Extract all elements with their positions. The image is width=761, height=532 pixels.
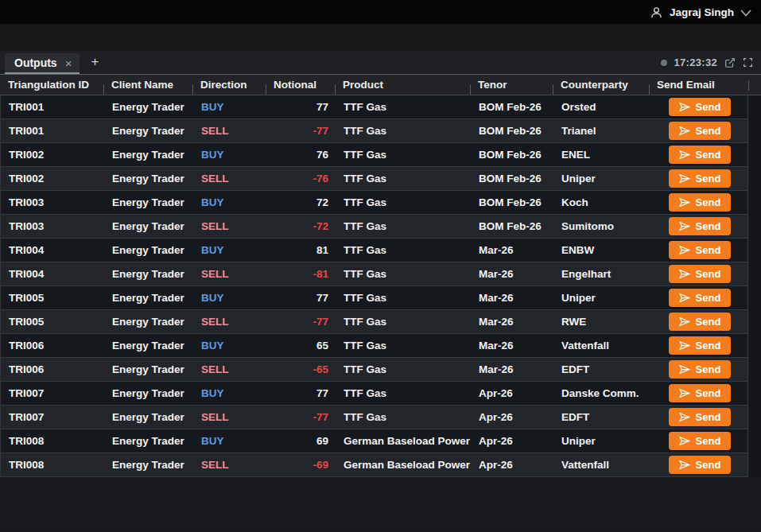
cell-notional: -77	[266, 411, 336, 423]
cell-tenor: Mar-26	[471, 268, 553, 280]
cell-notional: 81	[266, 244, 336, 256]
send-button[interactable]: Send	[669, 217, 731, 235]
fullscreen-icon[interactable]	[743, 57, 753, 68]
table-row[interactable]: TRI004Energy TraderSELL-81TTF GasMar-26E…	[1, 262, 747, 286]
send-button-label: Send	[696, 173, 721, 184]
cell-triangulation-id: TRI002	[1, 149, 104, 161]
status-dot	[661, 60, 667, 66]
send-button[interactable]: Send	[669, 241, 731, 259]
column-header-product[interactable]: Product	[335, 79, 470, 91]
cell-product: TTF Gas	[336, 316, 471, 328]
send-button[interactable]: Send	[669, 193, 731, 212]
add-tab-button[interactable]: +	[91, 54, 99, 70]
cell-triangulation-id: TRI002	[1, 173, 104, 184]
table-row[interactable]: TRI005Energy TraderSELL-77TTF GasMar-26R…	[1, 310, 747, 334]
send-icon	[678, 459, 690, 471]
cell-client-name: Energy Trader	[104, 316, 193, 328]
column-header-client-name[interactable]: Client Name	[103, 79, 192, 91]
send-button-label: Send	[696, 387, 721, 399]
cell-send-email: Send	[650, 241, 749, 259]
send-button[interactable]: Send	[669, 408, 731, 426]
table-row[interactable]: TRI001Energy TraderBUY77TTF GasBOM Feb-2…	[1, 95, 747, 119]
cell-triangulation-id: TRI006	[1, 363, 104, 375]
cell-triangulation-id: TRI008	[1, 459, 104, 471]
cell-product: German Baseload Power	[336, 459, 471, 471]
tab-outputs-label: Outputs	[14, 56, 57, 69]
table-row[interactable]: TRI006Energy TraderBUY65TTF GasMar-26Vat…	[1, 334, 747, 358]
send-button[interactable]: Send	[669, 456, 731, 474]
send-icon	[678, 268, 690, 280]
cell-direction: SELL	[193, 363, 266, 375]
cell-tenor: Mar-26	[471, 244, 553, 256]
send-button[interactable]: Send	[669, 98, 731, 116]
column-header-direction[interactable]: Direction	[192, 79, 266, 91]
cell-client-name: Energy Trader	[104, 340, 193, 351]
cell-product: TTF Gas	[336, 244, 471, 256]
send-button[interactable]: Send	[669, 336, 731, 355]
send-button[interactable]: Send	[669, 360, 731, 379]
cell-product: TTF Gas	[336, 387, 471, 399]
send-button-label: Send	[696, 125, 721, 137]
open-external-icon[interactable]	[724, 57, 736, 68]
send-button[interactable]: Send	[669, 384, 731, 402]
send-button[interactable]: Send	[669, 432, 731, 450]
table-row[interactable]: TRI008Energy TraderSELL-69German Baseloa…	[1, 453, 747, 477]
cell-tenor: Apr-26	[471, 387, 553, 399]
send-button[interactable]: Send	[669, 265, 731, 283]
cell-client-name: Energy Trader	[104, 101, 193, 113]
cell-send-email: Send	[650, 265, 749, 283]
column-header-send-email[interactable]: Send Email	[649, 79, 748, 91]
cell-tenor: Mar-26	[471, 292, 553, 304]
table-row[interactable]: TRI003Energy TraderSELL-72TTF GasBOM Feb…	[1, 215, 747, 239]
table-row[interactable]: TRI001Energy TraderSELL-77TTF GasBOM Feb…	[1, 119, 747, 143]
column-header-counterparty[interactable]: Counterparty	[553, 79, 649, 91]
send-button[interactable]: Send	[669, 122, 731, 140]
chevron-down-icon[interactable]	[740, 8, 751, 17]
tab-outputs[interactable]: Outputs ×	[5, 53, 80, 74]
table-body: TRI001Energy TraderBUY77TTF GasBOM Feb-2…	[0, 95, 748, 477]
cell-notional: 76	[266, 149, 336, 161]
cell-send-email: Send	[650, 169, 749, 188]
send-icon	[678, 220, 690, 232]
cell-send-email: Send	[650, 122, 749, 140]
cell-client-name: Energy Trader	[104, 268, 193, 280]
send-button[interactable]: Send	[669, 169, 731, 188]
send-button[interactable]: Send	[669, 146, 731, 164]
table-row[interactable]: TRI002Energy TraderSELL-76TTF GasBOM Feb…	[1, 167, 747, 191]
send-icon	[678, 244, 690, 256]
cell-notional: 65	[266, 340, 336, 351]
user-name: Jagraj Singh	[670, 6, 734, 18]
table-row[interactable]: TRI002Energy TraderBUY76TTF GasBOM Feb-2…	[1, 143, 747, 167]
cell-tenor: Mar-26	[471, 316, 553, 328]
column-header-tenor[interactable]: Tenor	[470, 79, 553, 91]
table-row[interactable]: TRI003Energy TraderBUY72TTF GasBOM Feb-2…	[1, 191, 747, 215]
table-row[interactable]: TRI007Energy TraderBUY77TTF GasApr-26Dan…	[1, 382, 747, 406]
cell-notional: 72	[266, 196, 336, 208]
send-button-label: Send	[696, 244, 721, 256]
table-row[interactable]: TRI004Energy TraderBUY81TTF GasMar-26ENB…	[1, 239, 747, 262]
cell-triangulation-id: TRI007	[1, 411, 104, 423]
table-row[interactable]: TRI008Energy TraderBUY69German Baseload …	[1, 429, 747, 453]
cell-product: TTF Gas	[336, 220, 471, 232]
column-header-triangulation-id[interactable]: Triangulation ID	[0, 79, 103, 91]
clock: 17:23:32	[674, 56, 717, 68]
cell-send-email: Send	[650, 432, 749, 450]
send-button[interactable]: Send	[669, 313, 731, 331]
cell-notional: -69	[266, 459, 336, 471]
cell-client-name: Energy Trader	[104, 292, 193, 304]
cell-send-email: Send	[650, 456, 749, 474]
table-row[interactable]: TRI005Energy TraderBUY77TTF GasMar-26Uni…	[1, 286, 747, 310]
column-header-notional[interactable]: Notional	[266, 79, 335, 91]
tab-close-icon[interactable]: ×	[65, 57, 72, 69]
cell-product: TTF Gas	[336, 173, 471, 184]
cell-counterparty: Danske Comm.	[553, 387, 650, 399]
send-button-label: Send	[696, 411, 721, 423]
cell-counterparty: EDFT	[553, 411, 650, 423]
cell-triangulation-id: TRI003	[1, 196, 104, 208]
table-row[interactable]: TRI006Energy TraderSELL-65TTF GasMar-26E…	[1, 358, 747, 382]
table-row[interactable]: TRI007Energy TraderSELL-77TTF GasApr-26E…	[1, 406, 747, 429]
cell-send-email: Send	[650, 146, 749, 164]
send-button[interactable]: Send	[669, 289, 731, 307]
cell-notional: 77	[266, 101, 336, 113]
cell-tenor: Apr-26	[471, 459, 553, 471]
